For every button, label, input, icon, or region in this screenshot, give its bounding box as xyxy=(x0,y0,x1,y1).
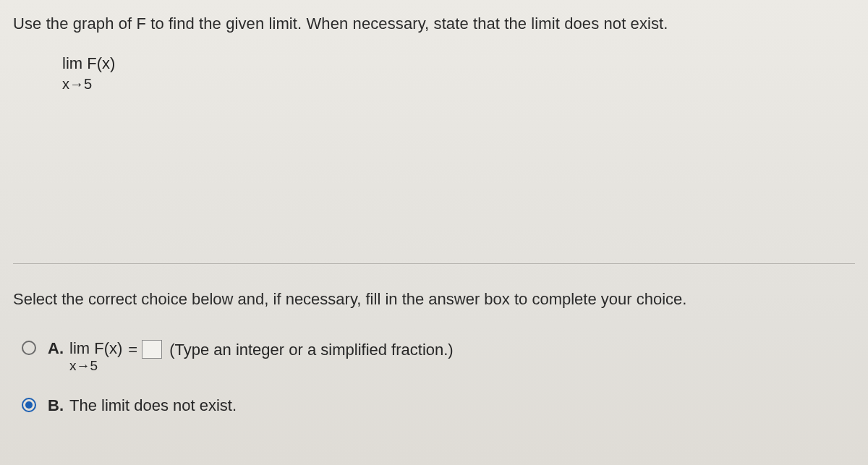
choice-a-answer-input[interactable] xyxy=(142,340,162,359)
choice-b-letter: B. xyxy=(48,396,69,415)
choice-b-text: The limit does not exist. xyxy=(69,396,237,415)
choice-a-letter: A. xyxy=(48,339,69,358)
equals-sign: = xyxy=(128,339,137,362)
limit-top-line: lim F(x) xyxy=(62,54,855,74)
question-page: Use the graph of F to find the given lim… xyxy=(0,0,868,465)
radio-unselected-icon xyxy=(22,341,36,355)
radio-dot-icon xyxy=(25,401,33,409)
choice-a-hint: (Type an integer or a simplified fractio… xyxy=(169,339,454,362)
choice-b-row: B. The limit does not exist. xyxy=(22,396,855,415)
limit-bottom-line: x→5 xyxy=(62,75,855,93)
choice-a-row: A. lim F(x) x→5 = (Type an integer or a … xyxy=(22,339,855,375)
question-prompt: Use the graph of F to find the given lim… xyxy=(13,14,855,33)
choice-a-expression: lim F(x) x→5 xyxy=(69,339,122,375)
choice-a-expr-top: lim F(x) xyxy=(69,339,122,358)
choice-a-radio[interactable] xyxy=(22,341,38,357)
choice-b-radio[interactable] xyxy=(22,398,38,414)
limit-expression: lim F(x) x→5 xyxy=(62,54,855,93)
section-divider xyxy=(13,263,855,264)
answer-instruction: Select the correct choice below and, if … xyxy=(13,290,855,309)
choice-a-expr-bottom: x→5 xyxy=(69,358,98,375)
